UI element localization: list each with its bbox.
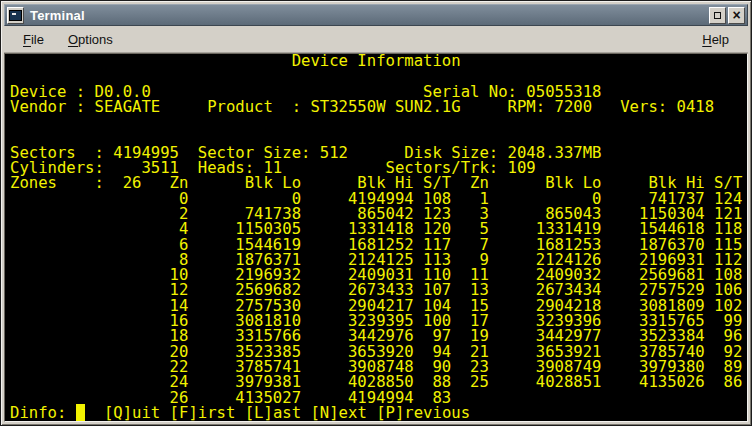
terminal-screen[interactable]: Device Information Device : D0.0.0 Seria… <box>4 53 748 422</box>
terminal-window: Terminal × File Options Help Device Info… <box>0 0 752 426</box>
spacer <box>66 404 75 422</box>
close-button[interactable]: × <box>728 7 745 24</box>
status-hints: [Q]uit [F]irst [L]ast [N]ext [P]revious <box>104 404 470 422</box>
status-prompt: Dinfo: <box>10 404 66 422</box>
status-line: Dinfo: [Q]uit [F]irst [L]ast [N]ext [P]r… <box>10 406 747 421</box>
terminal-icon <box>9 10 22 21</box>
spacer <box>85 404 104 422</box>
terminal-text: Device Information Device : D0.0.0 Seria… <box>10 54 747 406</box>
window-menu-button[interactable] <box>7 7 24 24</box>
menu-help[interactable]: Help <box>693 29 738 50</box>
terminal-line: Vendor : SEAGATE Product : ST32550W SUN2… <box>10 100 747 115</box>
titlebar[interactable]: Terminal × <box>4 4 748 26</box>
menu-options[interactable]: Options <box>59 29 122 50</box>
menu-file[interactable]: File <box>14 29 53 50</box>
titlebar-buttons: × <box>709 7 745 24</box>
terminal-line <box>10 115 747 130</box>
maximize-button[interactable] <box>709 7 726 24</box>
maximize-icon <box>714 12 721 19</box>
close-icon: × <box>732 8 740 22</box>
text-cursor <box>76 404 85 422</box>
terminal-line: Device Information <box>10 54 747 69</box>
menubar: File Options Help <box>4 27 748 53</box>
window-title: Terminal <box>30 8 85 23</box>
